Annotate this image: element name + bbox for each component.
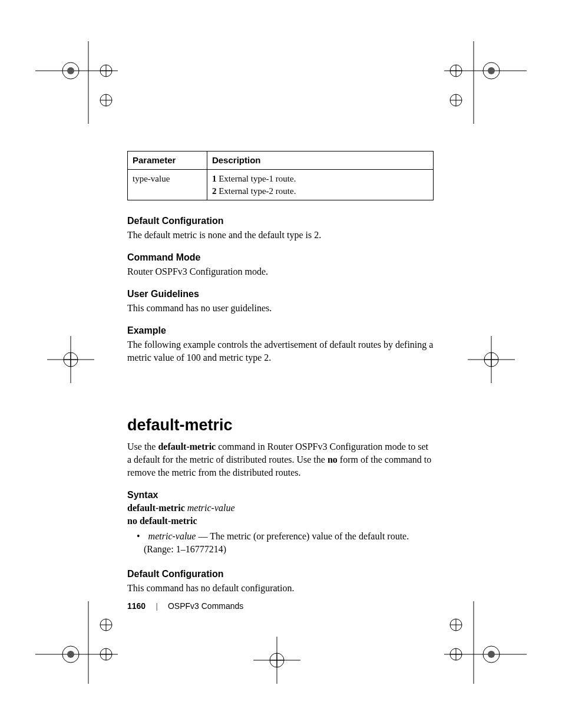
intro-bold: no (328, 454, 338, 465)
crop-mark-icon (253, 637, 300, 684)
body-paragraph: The following example controls the adver… (127, 338, 434, 364)
crop-mark-icon (35, 41, 118, 124)
svg-point-22 (64, 353, 78, 367)
document-page: Parameter Description type-value 1 Exter… (0, 0, 562, 728)
footer-separator: | (148, 602, 166, 611)
svg-point-14 (450, 65, 462, 77)
svg-point-49 (450, 619, 462, 631)
cell-parameter: type-value (128, 170, 207, 200)
svg-point-4 (100, 65, 112, 77)
svg-point-32 (270, 653, 284, 667)
svg-point-7 (100, 94, 112, 106)
bullet-arg: metric-value (148, 531, 196, 541)
body-paragraph: This command has no user guidelines. (127, 302, 434, 315)
intro-text: Use the (127, 442, 158, 452)
table-row: type-value 1 External type-1 route. 2 Ex… (128, 170, 434, 200)
col-description: Description (207, 151, 433, 170)
body-paragraph: The default metric is none and the defau… (127, 229, 434, 242)
svg-point-38 (67, 651, 74, 658)
section-heading: Command Mode (127, 252, 434, 263)
svg-point-12 (483, 62, 500, 79)
svg-point-13 (488, 67, 495, 74)
desc-text-1: External type-1 route. (216, 174, 296, 183)
table-header-row: Parameter Description (128, 151, 434, 170)
command-intro: Use the default-metric command in Router… (127, 440, 434, 479)
syntax-arg: metric-value (187, 503, 235, 513)
syntax-cmd: default-metric (127, 503, 187, 513)
cell-description: 1 External type-1 route. 2 External type… (207, 170, 433, 200)
body-paragraph: Router OSPFv3 Configuration mode. (127, 265, 434, 278)
svg-point-48 (488, 651, 495, 658)
intro-bold: default-metric (158, 442, 216, 452)
syntax-line: default-metric metric-value (127, 503, 434, 513)
crop-mark-icon (444, 601, 527, 684)
crop-mark-icon (468, 336, 515, 383)
chapter-name: OSPFv3 Commands (168, 601, 243, 611)
page-footer: 1160 | OSPFv3 Commands (127, 601, 243, 611)
svg-point-17 (450, 94, 462, 106)
svg-point-2 (62, 62, 79, 79)
parameter-table: Parameter Description type-value 1 Exter… (127, 151, 434, 200)
syntax-cmd: no default-metric (127, 516, 197, 526)
crop-mark-icon (47, 336, 94, 383)
section-heading: Example (127, 325, 434, 336)
page-number: 1160 (127, 601, 146, 611)
crop-mark-icon (444, 41, 527, 124)
section-heading: Syntax (127, 490, 434, 500)
svg-point-27 (484, 353, 498, 367)
page-content: Parameter Description type-value 1 Exter… (127, 151, 434, 599)
body-paragraph: This command has no default configuratio… (127, 582, 434, 595)
command-title: default-metric (127, 416, 434, 434)
section-heading: Default Configuration (127, 216, 434, 226)
syntax-line: no default-metric (127, 516, 434, 526)
svg-point-39 (100, 619, 112, 631)
desc-text-2: External type-2 route. (216, 186, 296, 196)
svg-point-37 (62, 646, 79, 663)
section-heading: User Guidelines (127, 289, 434, 299)
crop-mark-icon (35, 601, 118, 684)
col-parameter: Parameter (128, 151, 207, 170)
svg-point-3 (67, 67, 74, 74)
syntax-bullet: metric-value — The metric (or preference… (127, 530, 434, 555)
section-heading: Default Configuration (127, 569, 434, 579)
svg-point-42 (100, 648, 112, 660)
svg-point-52 (450, 648, 462, 660)
svg-point-47 (483, 646, 500, 663)
